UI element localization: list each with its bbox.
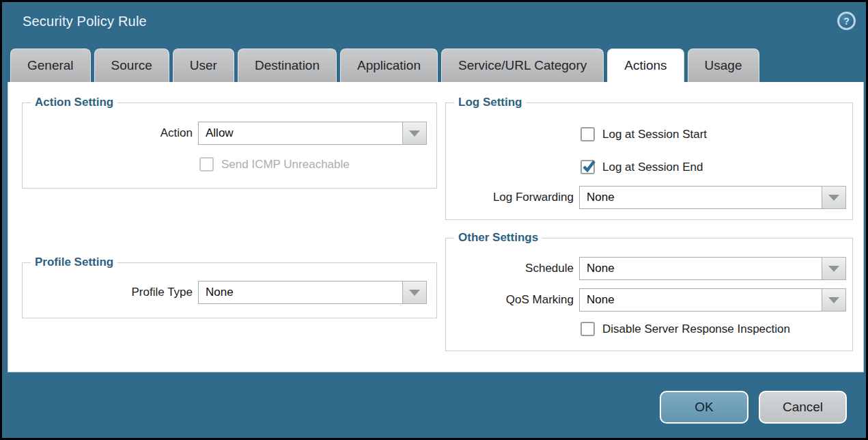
other-settings-group: Other Settings Schedule None QoS Marking…	[445, 238, 853, 351]
action-setting-legend: Action Setting	[31, 96, 117, 109]
action-dropdown-value[interactable]: Allow	[198, 122, 403, 145]
tab-service-url-category[interactable]: Service/URL Category	[441, 49, 604, 82]
other-settings-legend: Other Settings	[454, 231, 542, 245]
chevron-down-icon[interactable]	[402, 122, 427, 145]
log-session-end-checkbox[interactable]	[580, 160, 595, 174]
log-session-start-label: Log at Session Start	[602, 128, 707, 141]
disable-server-response-inspection-checkbox-row: Disable Server Response Inspection	[580, 322, 790, 336]
log-session-end-label: Log at Session End	[602, 161, 703, 174]
disable-server-response-inspection-label: Disable Server Response Inspection	[602, 322, 790, 336]
log-forwarding-dropdown-value[interactable]: None	[579, 186, 822, 209]
qos-marking-label: QoS Marking	[446, 293, 574, 307]
action-dropdown[interactable]: Allow	[198, 122, 427, 145]
dialog-title: Security Policy Rule	[23, 14, 147, 29]
action-label: Action	[23, 126, 193, 140]
log-setting-legend: Log Setting	[454, 96, 526, 109]
schedule-dropdown-value[interactable]: None	[579, 257, 822, 280]
profile-type-dropdown[interactable]: None	[198, 281, 427, 304]
chevron-down-icon[interactable]	[822, 257, 846, 280]
disable-server-response-inspection-checkbox[interactable]	[580, 322, 595, 336]
qos-marking-dropdown[interactable]: None	[579, 288, 846, 312]
chevron-down-icon[interactable]	[822, 186, 846, 209]
schedule-dropdown[interactable]: None	[579, 257, 846, 280]
profile-type-dropdown-value[interactable]: None	[198, 281, 403, 304]
ok-button[interactable]: OK	[660, 391, 748, 424]
log-session-start-checkbox[interactable]	[580, 127, 595, 141]
profile-setting-legend: Profile Setting	[31, 256, 117, 269]
log-forwarding-dropdown[interactable]: None	[579, 186, 846, 209]
tab-actions[interactable]: Actions	[607, 49, 684, 82]
log-session-start-checkbox-row: Log at Session Start	[580, 127, 707, 141]
send-icmp-unreachable-checkbox	[199, 157, 214, 171]
actions-tab-content: Action Setting Action Allow Send ICMP Un…	[8, 82, 864, 372]
action-setting-group: Action Setting Action Allow Send ICMP Un…	[22, 102, 437, 189]
log-forwarding-label: Log Forwarding	[446, 191, 574, 204]
tab-user[interactable]: User	[173, 49, 234, 82]
profile-setting-group: Profile Setting Profile Type None	[22, 262, 437, 318]
help-icon[interactable]: ?	[837, 12, 856, 30]
log-session-end-checkbox-row: Log at Session End	[580, 160, 703, 174]
security-policy-rule-dialog: Security Policy Rule ? General Source Us…	[0, 0, 868, 440]
tab-bar: General Source User Destination Applicat…	[10, 49, 759, 82]
tab-general[interactable]: General	[10, 49, 91, 82]
tab-source[interactable]: Source	[94, 49, 169, 82]
schedule-label: Schedule	[446, 262, 574, 275]
cancel-button[interactable]: Cancel	[759, 391, 847, 424]
qos-marking-dropdown-value[interactable]: None	[579, 288, 822, 312]
tab-destination[interactable]: Destination	[238, 49, 337, 82]
profile-type-label: Profile Type	[23, 286, 193, 299]
tab-usage[interactable]: Usage	[688, 49, 759, 82]
chevron-down-icon[interactable]	[402, 281, 427, 304]
tab-application[interactable]: Application	[340, 49, 438, 82]
chevron-down-icon[interactable]	[822, 288, 846, 312]
send-icmp-unreachable-checkbox-row: Send ICMP Unreachable	[199, 157, 350, 171]
log-setting-group: Log Setting Log at Session Start Log at …	[445, 102, 853, 220]
send-icmp-unreachable-label: Send ICMP Unreachable	[221, 158, 350, 171]
